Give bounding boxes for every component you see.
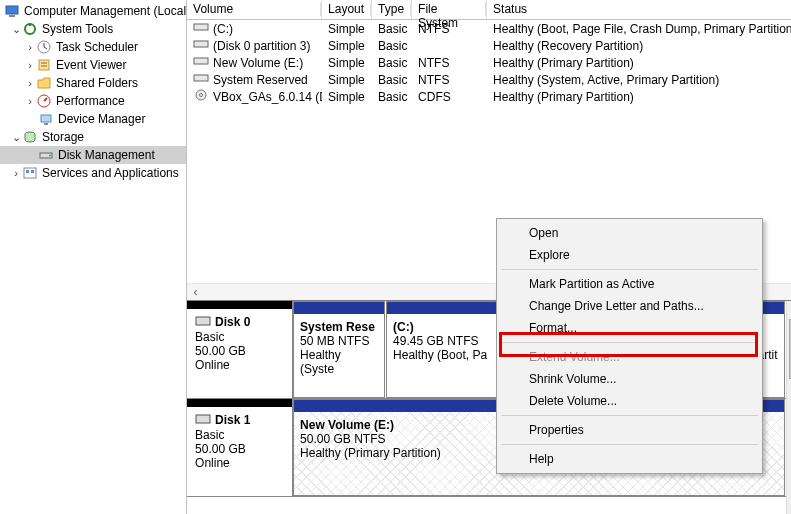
svg-rect-0 — [6, 6, 18, 14]
menu-extend-volume: Extend Volume... — [499, 346, 760, 368]
menu-separator — [501, 269, 758, 270]
tree-label: Disk Management — [58, 148, 155, 162]
col-filesystem[interactable]: File System — [412, 0, 487, 19]
tree-disk-management[interactable]: Disk Management — [0, 146, 186, 164]
svg-rect-13 — [26, 170, 29, 173]
svg-rect-12 — [24, 168, 36, 178]
volume-row[interactable]: New Volume (E:) Simple Basic NTFS Health… — [187, 54, 791, 71]
tools-icon — [22, 21, 38, 37]
partition[interactable]: System Rese 50 MB NTFS Healthy (Syste — [293, 301, 385, 398]
scroll-up-icon[interactable]: ˄ — [787, 301, 791, 318]
services-icon — [22, 165, 38, 181]
svg-rect-1 — [9, 15, 15, 17]
tree-storage[interactable]: ⌄ Storage — [0, 128, 186, 146]
tree-task-scheduler[interactable]: › Task Scheduler — [0, 38, 186, 56]
col-type[interactable]: Type — [372, 0, 412, 19]
col-volume[interactable]: Volume — [187, 0, 322, 19]
svg-point-11 — [49, 155, 51, 157]
tree-label: Task Scheduler — [56, 40, 138, 54]
drive-icon — [193, 21, 209, 33]
menu-separator — [501, 415, 758, 416]
disk-mgmt-icon — [38, 147, 54, 163]
tree-event-viewer[interactable]: › Event Viewer — [0, 56, 186, 74]
expand-icon[interactable]: › — [10, 167, 22, 179]
menu-properties[interactable]: Properties — [499, 419, 760, 441]
expand-icon[interactable]: › — [24, 77, 36, 89]
drive-icon — [193, 38, 209, 50]
disc-icon — [193, 89, 209, 101]
volume-row[interactable]: System Reserved Simple Basic NTFS Health… — [187, 71, 791, 88]
scroll-down-icon[interactable]: ˅ — [787, 497, 791, 514]
tree-label: Storage — [42, 130, 84, 144]
menu-open[interactable]: Open — [499, 222, 760, 244]
volume-row[interactable]: VBox_GAs_6.0.14 (D:) Simple Basic CDFS H… — [187, 88, 791, 105]
tree-label: Device Manager — [58, 112, 145, 126]
tree-label: System Tools — [42, 22, 113, 36]
volume-row[interactable]: (Disk 0 partition 3) Simple Basic Health… — [187, 37, 791, 54]
menu-delete-volume[interactable]: Delete Volume... — [499, 390, 760, 412]
menu-format[interactable]: Format... — [499, 317, 760, 339]
drive-icon — [193, 72, 209, 84]
hdd-icon — [195, 413, 211, 428]
shared-folder-icon — [36, 75, 52, 91]
tree-label: Services and Applications — [42, 166, 179, 180]
svg-rect-21 — [196, 317, 210, 325]
tree-label: Performance — [56, 94, 125, 108]
clock-icon — [36, 39, 52, 55]
svg-rect-5 — [39, 60, 49, 70]
vertical-scrollbar[interactable]: ˄ ˅ — [786, 301, 791, 514]
svg-rect-18 — [194, 75, 208, 81]
tree-label: Computer Management (Local — [24, 4, 186, 18]
tree-system-tools[interactable]: ⌄ System Tools — [0, 20, 186, 38]
computer-icon — [4, 3, 20, 19]
menu-mark-active[interactable]: Mark Partition as Active — [499, 273, 760, 295]
scroll-left-icon[interactable]: ‹ — [187, 284, 204, 301]
tree-root[interactable]: Computer Management (Local — [0, 2, 186, 20]
expand-icon[interactable]: › — [24, 41, 36, 53]
svg-rect-3 — [29, 23, 31, 26]
svg-rect-17 — [194, 58, 208, 64]
storage-icon — [22, 129, 38, 145]
tree-label: Shared Folders — [56, 76, 138, 90]
volume-row[interactable]: (C:) Simple Basic NTFS Healthy (Boot, Pa… — [187, 20, 791, 37]
col-layout[interactable]: Layout — [322, 0, 372, 19]
event-icon — [36, 57, 52, 73]
svg-rect-22 — [196, 415, 210, 423]
tree-device-manager[interactable]: Device Manager — [0, 110, 186, 128]
scroll-right-icon[interactable]: › — [786, 284, 791, 301]
svg-rect-7 — [41, 115, 51, 122]
col-status[interactable]: Status — [487, 0, 791, 19]
performance-icon — [36, 93, 52, 109]
drive-icon — [193, 55, 209, 67]
tree-label: Event Viewer — [56, 58, 126, 72]
disk-info[interactable]: Disk 1 Basic 50.00 GB Online — [187, 399, 293, 496]
menu-change-drive-letter[interactable]: Change Drive Letter and Paths... — [499, 295, 760, 317]
menu-separator — [501, 342, 758, 343]
menu-separator — [501, 444, 758, 445]
device-icon — [38, 111, 54, 127]
expand-icon[interactable]: › — [24, 59, 36, 71]
svg-point-20 — [200, 94, 203, 97]
menu-explore[interactable]: Explore — [499, 244, 760, 266]
navigation-tree: Computer Management (Local ⌄ System Tool… — [0, 0, 187, 514]
tree-services-apps[interactable]: › Services and Applications — [0, 164, 186, 182]
tree-performance[interactable]: › Performance — [0, 92, 186, 110]
context-menu: Open Explore Mark Partition as Active Ch… — [496, 218, 763, 474]
expand-icon[interactable]: › — [24, 95, 36, 107]
svg-rect-16 — [194, 41, 208, 47]
volume-header: Volume Layout Type File System Status — [187, 0, 791, 20]
collapse-icon[interactable]: ⌄ — [10, 131, 22, 144]
svg-rect-15 — [194, 24, 208, 30]
menu-shrink-volume[interactable]: Shrink Volume... — [499, 368, 760, 390]
collapse-icon[interactable]: ⌄ — [10, 23, 22, 36]
menu-help[interactable]: Help — [499, 448, 760, 470]
tree-shared-folders[interactable]: › Shared Folders — [0, 74, 186, 92]
svg-rect-8 — [44, 123, 48, 125]
svg-rect-14 — [31, 170, 34, 173]
disk-info[interactable]: Disk 0 Basic 50.00 GB Online — [187, 301, 293, 398]
hdd-icon — [195, 315, 211, 330]
